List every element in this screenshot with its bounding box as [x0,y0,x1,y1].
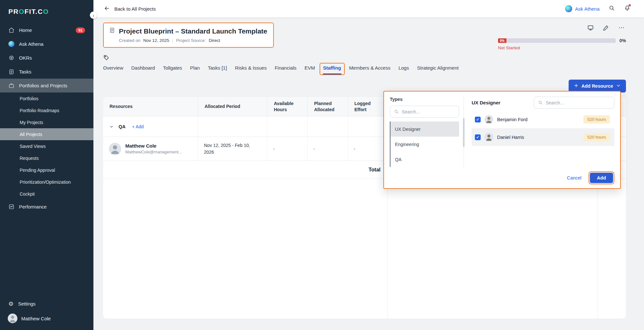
ask-athena-button[interactable]: Ask Athena [565,5,600,12]
sidebar-item-performance[interactable]: Performance [0,200,93,214]
edit-pencil-icon[interactable] [603,24,609,32]
group-add-link[interactable]: + Add [132,124,144,129]
brand-logo: PROFIT.CO [0,0,93,21]
tab-dashboard[interactable]: Dashboard [131,65,155,74]
subitem-label: Pending Approval [20,168,55,173]
tab-tasks[interactable]: Tasks [1] [208,65,227,74]
hours-badge: 520 hours [583,133,610,141]
cancel-button[interactable]: Cancel [567,175,582,180]
meta-divider: | [172,38,173,43]
sidebar-item-settings[interactable]: ⚙ Settings [0,297,93,311]
tab-logs[interactable]: Logs [399,65,409,74]
more-options-icon[interactable] [618,24,625,32]
logo-text: PR [8,8,19,15]
types-search-input[interactable] [402,109,455,114]
plus-icon [574,83,579,89]
type-item-engineering[interactable]: Engineering [390,137,459,152]
types-list: UX Designer Engineering QA [390,121,459,167]
tab-overview[interactable]: Overview [103,65,123,74]
sidebar-item-label: Ask Athena [19,41,43,47]
types-title: Types [390,97,459,102]
sidebar-item-label: Performance [19,204,47,209]
sidebar-item-label: Portfolios and Projects [19,83,67,88]
main-area: Back to All Projects Ask Athena [93,0,644,330]
tab-risks-issues[interactable]: Risks & Issues [235,65,266,74]
tag-icon[interactable] [103,54,110,62]
created-label: Created on [119,38,140,43]
group-name: QA [119,124,126,129]
notifications-button[interactable] [624,5,630,13]
total-label: Total [103,167,388,173]
source-value: Direct [209,38,220,43]
tab-staffing[interactable]: Staffing [323,65,341,74]
person-name: Benjamin Ford [497,117,527,122]
home-badge: 91 [76,27,85,33]
settings-label: Settings [18,301,35,306]
tab-members-access[interactable]: Members & Access [349,65,390,74]
hours-badge: 520 hours [583,115,610,123]
sidebar-subitem-requests[interactable]: Requests [0,152,93,164]
sidebar-subitem-portfolios[interactable]: Portfolios [0,92,93,104]
logo-accent-o-2: O [43,8,49,15]
tab-tollgates[interactable]: Tollgates [163,65,182,74]
person-option-daniel-harris[interactable]: Daniel Harris 520 hours [472,128,614,146]
sidebar-item-portfolios-and-projects[interactable]: Portfolios and Projects [0,79,93,92]
type-item-ux-designer[interactable]: UX Designer [390,121,459,137]
sidebar-item-ask-athena[interactable]: Ask Athena [0,37,93,51]
athena-icon [8,41,14,47]
topbar: Back to All Projects Ask Athena [93,0,644,17]
people-search-input[interactable] [546,100,610,105]
user-avatar [8,314,17,323]
back-to-all-projects-link[interactable]: Back to All Projects [104,5,156,13]
type-item-qa[interactable]: QA [390,152,459,167]
sidebar-subitem-prioritization-optimization[interactable]: Prioritization/Optimization [0,176,93,188]
athena-logo-icon [565,5,572,12]
notification-dot [629,4,631,6]
subitem-label: My Projects [20,120,43,125]
sidebar-item-label: OKRs [19,55,32,61]
group-collapse-chevron-icon[interactable] [109,124,114,129]
sidebar-subitem-saved-views[interactable]: Saved Views [0,140,93,152]
sidebar-user[interactable]: Matthew Cole [0,311,93,326]
people-panel-title: UX Designer [472,100,500,105]
project-tabs: Overview Dashboard Tollgates Plan Tasks … [103,65,626,74]
person-name: Daniel Harris [497,135,524,140]
checkbox-checked[interactable] [475,134,481,140]
person-avatar [485,133,493,141]
sidebar-item-tasks[interactable]: Tasks [0,65,93,79]
add-resource-button[interactable]: Add Resource [569,80,626,92]
checkbox-checked[interactable] [475,117,481,122]
available-hours-value: - [267,137,308,160]
project-title-card: Project Blueprint – Standard Launch Temp… [103,23,274,48]
types-search [390,106,459,118]
sidebar-subitem-pending-approval[interactable]: Pending Approval [0,164,93,176]
column-header-available-hours: Available Hours [267,97,308,116]
document-icon [109,27,115,35]
sidebar-subitem-portfolio-roadmaps[interactable]: Portfolio Roadmaps [0,104,93,116]
tab-strategic-alignment[interactable]: Strategic Alignment [417,65,458,74]
sidebar-subitem-all-projects[interactable]: All Projects [0,128,93,140]
search-icon [394,109,399,114]
tab-plan[interactable]: Plan [190,65,200,74]
sidebar-subitem-cockpit[interactable]: Cockpit [0,188,93,200]
sidebar-item-home[interactable]: Home 91 [0,23,93,37]
progress-fill: 0% [498,38,506,43]
monitor-icon[interactable] [587,24,594,32]
add-resource-popup: Types UX Designer Engineering QA [383,91,621,189]
search-icon[interactable] [609,5,615,13]
add-button-highlight: Add [589,171,614,184]
person-option-benjamin-ford[interactable]: Benjamin Ford 520 hours [472,111,614,128]
tab-evm[interactable]: EVM [304,65,315,74]
resource-avatar [109,143,121,155]
sidebar-footer: ⚙ Settings Matthew Cole [0,297,93,330]
sidebar-item-okrs[interactable]: OKRs [0,51,93,65]
target-icon [8,55,14,61]
types-scrollbar[interactable] [463,118,465,147]
tab-financials[interactable]: Financials [275,65,297,74]
sidebar-subitem-my-projects[interactable]: My Projects [0,116,93,128]
source-label: Project Source: [176,38,206,43]
resource-name: Matthew Cole [125,143,182,149]
add-button[interactable]: Add [590,173,613,183]
sidebar-collapse-button[interactable]: ‹ [90,12,97,19]
resource-email: MatthewCole@management... [125,150,182,154]
